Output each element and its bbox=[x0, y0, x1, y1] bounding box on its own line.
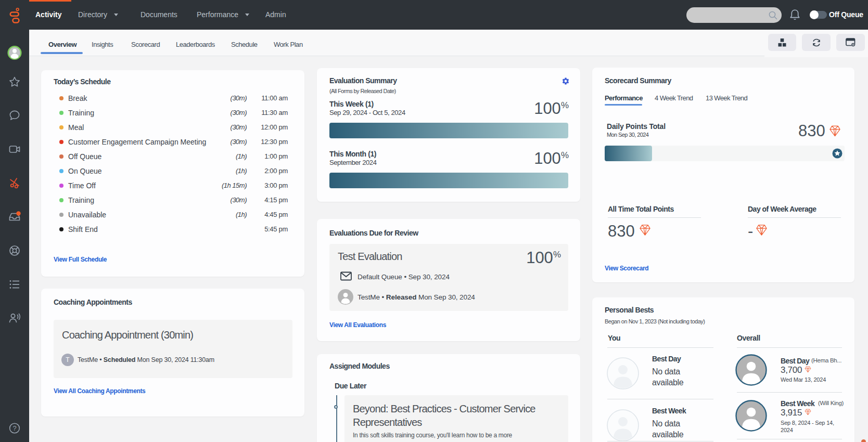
svg-text:?: ? bbox=[12, 424, 16, 432]
